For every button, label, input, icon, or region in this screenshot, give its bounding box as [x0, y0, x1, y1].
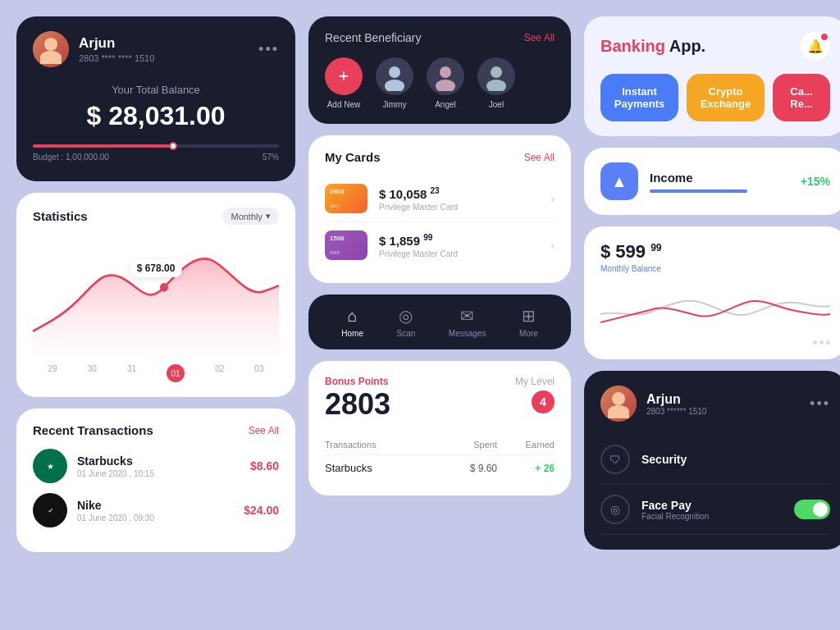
right-column: Banking App. 🔔 InstantPayments CryptoExc…	[584, 16, 840, 614]
profile-info: Arjun 2803 **** **** 1510	[33, 31, 154, 67]
income-card: ▲ Income +15%	[584, 148, 840, 215]
scan-icon: ◎	[399, 306, 413, 326]
card-chip-orange: 2803 xxx	[325, 184, 368, 213]
card-type-1: Privilege Master Card	[379, 203, 539, 212]
beneficiary-see-all[interactable]: See All	[524, 32, 555, 43]
income-bar	[650, 189, 747, 193]
bonus-row-spent: $ 9.60	[440, 463, 497, 474]
nike-amount: $24.00	[244, 504, 279, 517]
profile-account: 2803 **** **** 1510	[79, 53, 154, 63]
svg-text:✓: ✓	[48, 507, 53, 514]
face-pay-title: Face Pay	[641, 499, 783, 512]
stats-chart: $ 678.00	[33, 235, 279, 358]
nav-messages[interactable]: ✉ Messages	[449, 306, 486, 338]
svg-point-9	[491, 66, 502, 78]
chart-date-01: 01	[167, 364, 185, 382]
bonus-card: Bonus Points 2803 My Level 4 Transaction…	[308, 361, 571, 495]
shield-icon: 🛡	[600, 445, 630, 474]
instant-payments-button[interactable]: InstantPayments	[600, 74, 678, 121]
svg-point-8	[436, 80, 455, 91]
monthly-dropdown[interactable]: Monthly ▾	[222, 208, 279, 225]
chart-date-29: 29	[48, 364, 57, 382]
angel-avatar	[427, 57, 464, 95]
balance-label: Your Total Balance	[33, 84, 279, 96]
add-new-item[interactable]: + Add New	[325, 57, 363, 109]
banking-title: Banking App.	[600, 37, 705, 56]
beneficiary-joel[interactable]: Joel	[477, 57, 515, 109]
jimmy-avatar	[376, 57, 413, 95]
angel-name: Angel	[435, 100, 456, 109]
budget-bar	[33, 144, 279, 148]
chevron-right-icon-1: ›	[550, 192, 555, 205]
face-pay-icon: ◎	[600, 495, 630, 524]
budget-dot	[169, 142, 177, 150]
bonus-header: Bonus Points 2803 My Level 4	[325, 376, 555, 422]
messages-icon: ✉	[460, 306, 474, 326]
nav-more[interactable]: ⊞ More	[519, 306, 538, 338]
security-card: Arjun 2803 ****** 1510 ••• 🛡 Security ◎ …	[584, 371, 840, 550]
chart-svg	[33, 235, 279, 358]
messages-label: Messages	[449, 329, 486, 338]
svg-point-7	[440, 66, 451, 78]
transactions-card: Recent Transactions See All ★ Starbucks …	[16, 409, 295, 552]
beneficiary-jimmy[interactable]: Jimmy	[376, 57, 413, 109]
beneficiary-list: + Add New Jimmy	[325, 57, 555, 109]
balance-chart-card: $ 599 99 Monthly Balance	[584, 226, 840, 359]
dot-1	[813, 340, 817, 345]
level-label: My Level	[515, 376, 555, 387]
chart-dates: 29 30 31 01 02 03	[33, 364, 279, 382]
statistics-card: Statistics Monthly ▾	[16, 193, 295, 397]
card-item-purple[interactable]: 1506 xxx $ 1,859 99 Privilege Master Car…	[325, 222, 555, 268]
security-menu-dots[interactable]: •••	[810, 395, 830, 413]
my-cards-see-all[interactable]: See All	[524, 152, 555, 163]
beneficiary-angel[interactable]: Angel	[427, 57, 464, 109]
transaction-item-nike: ✓ Nike 01 June 2020 , 09:30 $24.00	[33, 493, 279, 527]
card-type-2: Privilege Master Card	[379, 249, 539, 258]
left-column: Arjun 2803 **** **** 1510 ••• Your Total…	[16, 16, 295, 614]
card-balance-2: $ 1,859 99	[379, 233, 539, 248]
main-canvas: Arjun 2803 **** **** 1510 ••• Your Total…	[0, 0, 840, 630]
security-title: Security	[641, 453, 830, 466]
chart-date-03: 03	[254, 364, 263, 382]
transactions-see-all[interactable]: See All	[249, 425, 279, 436]
card-number-1506: 1506	[330, 235, 363, 242]
nav-home[interactable]: ⌂ Home	[341, 307, 363, 338]
nav-scan[interactable]: ◎ Scan	[396, 306, 415, 338]
notification-bell[interactable]: 🔔	[801, 31, 830, 61]
balance-section: Your Total Balance $ 28,031.00	[33, 84, 279, 131]
card-xxx-1: xxx	[330, 202, 363, 209]
crypto-exchange-button[interactable]: CryptoExchange	[687, 74, 765, 121]
beneficiary-header: Recent Beneficiary See All	[325, 31, 555, 44]
joel-avatar	[477, 57, 515, 95]
security-user: Arjun 2803 ****** 1510	[600, 386, 706, 422]
avatar	[33, 31, 69, 67]
svg-point-6	[385, 80, 404, 91]
budget-section: Budget : 1,00,000.00 57%	[33, 144, 279, 162]
starbucks-icon: ★	[33, 449, 67, 483]
dot-3	[826, 340, 830, 345]
card-details-1: $ 10,058 23 Privilege Master Card	[379, 186, 539, 212]
face-pay-subtitle: Facial Recognition	[641, 512, 783, 521]
nike-info: Nike 01 June 2020 , 09:30	[77, 499, 234, 523]
bonus-table-header: Transactions Spent Earned	[325, 435, 555, 455]
add-new-button[interactable]: +	[325, 57, 363, 95]
menu-dots[interactable]: •••	[258, 41, 279, 58]
card-item-orange[interactable]: 2803 xxx $ 10,058 23 Privilege Master Ca…	[325, 176, 555, 222]
balance-amount: $ 599 99	[600, 241, 830, 262]
security-user-name: Arjun	[646, 392, 706, 407]
budget-info: Budget : 1,00,000.00 57%	[33, 153, 279, 162]
chart-label: $ 678.00	[130, 259, 182, 277]
card-details-2: $ 1,859 99 Privilege Master Card	[379, 233, 539, 258]
chevron-right-icon-2: ›	[550, 239, 555, 252]
face-pay-toggle[interactable]	[794, 500, 830, 519]
scan-label: Scan	[396, 329, 415, 338]
nike-icon: ✓	[33, 493, 67, 527]
budget-label: Budget : 1,00,000.00	[33, 153, 109, 162]
avatar-image	[33, 31, 69, 67]
security-item-shield: 🛡 Security	[600, 435, 830, 485]
chart-date-31: 31	[127, 364, 136, 382]
budget-fill	[33, 144, 173, 148]
cards-button[interactable]: Ca...Re...	[773, 74, 830, 121]
banking-word: Banking	[600, 37, 665, 55]
chart-date-30: 30	[88, 364, 97, 382]
